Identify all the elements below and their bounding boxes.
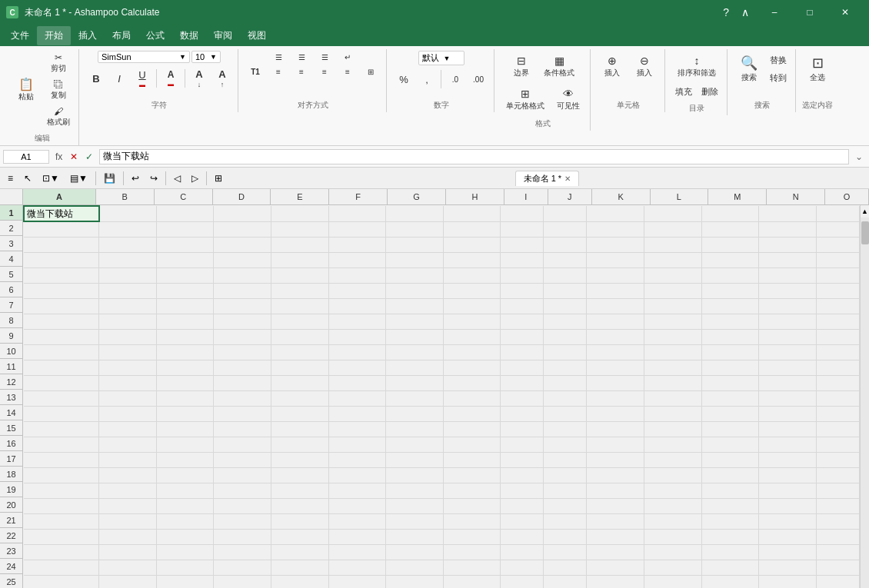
cell-E9[interactable] [271,329,328,344]
cell-B13[interactable] [99,390,157,406]
row-header-13[interactable]: 13 [0,390,22,405]
row-header-21[interactable]: 21 [0,513,22,528]
col-header-E[interactable]: E [271,189,329,204]
cell-G5[interactable] [386,267,444,283]
cell-E11[interactable] [271,360,328,375]
cell-O3[interactable] [816,237,859,252]
cell-K13[interactable] [587,390,644,406]
cell-A17[interactable] [24,452,99,467]
cell-N4[interactable] [759,252,817,267]
menu-layout[interactable]: 布局 [105,26,138,45]
cell-I12[interactable] [501,375,544,390]
cell-D20[interactable] [214,498,271,513]
font-name-dropdown[interactable]: SimSun ▼ [98,51,190,63]
col-header-I[interactable]: I [504,189,548,204]
col-header-L[interactable]: L [651,189,709,204]
cell-F22[interactable] [328,529,386,544]
cell-K25[interactable] [587,575,644,588]
cell-M11[interactable] [701,360,759,375]
doc-tab-close[interactable]: ✕ [564,174,571,183]
cell-J5[interactable] [544,267,587,283]
cell-K19[interactable] [587,483,644,498]
percent-button[interactable]: % [393,71,415,88]
cell-K5[interactable] [587,267,644,283]
cell-H5[interactable] [443,267,501,283]
cell-M15[interactable] [701,421,759,437]
cell-H16[interactable] [443,437,501,452]
cell-F24[interactable] [328,560,386,575]
row-header-23[interactable]: 23 [0,543,22,559]
cell-D6[interactable] [214,283,271,298]
cell-I11[interactable] [501,360,544,375]
t1-button[interactable]: T1 [245,65,266,78]
toolbar-save-button[interactable]: 💾 [99,171,120,186]
cell-O7[interactable] [816,298,859,314]
cell-M9[interactable] [701,329,759,344]
cell-J24[interactable] [544,560,587,575]
fill-button[interactable]: 填充 [671,84,696,100]
cell-O10[interactable] [816,344,859,360]
cell-B2[interactable] [99,221,157,237]
cell-L19[interactable] [644,483,702,498]
cell-K4[interactable] [587,252,644,267]
cell-F2[interactable] [328,221,386,237]
cell-C16[interactable] [156,437,214,452]
cell-D19[interactable] [214,483,271,498]
cell-I20[interactable] [501,498,544,513]
cell-D16[interactable] [214,437,271,452]
cell-E24[interactable] [271,560,328,575]
menu-view[interactable]: 视图 [240,26,274,45]
cell-E16[interactable] [271,437,328,452]
cell-N14[interactable] [759,406,817,421]
cell-F19[interactable] [328,483,386,498]
cell-I14[interactable] [501,406,544,421]
cell-E1[interactable] [271,206,328,221]
cell-E20[interactable] [271,498,328,513]
cell-M10[interactable] [701,344,759,360]
cell-O21[interactable] [816,513,859,529]
cell-G14[interactable] [386,406,444,421]
cell-D13[interactable] [214,390,271,406]
cell-I5[interactable] [501,267,544,283]
menu-review[interactable]: 审阅 [206,26,240,45]
cell-G20[interactable] [386,498,444,513]
cell-C18[interactable] [156,467,214,483]
col-header-M[interactable]: M [708,189,767,204]
toolbar-redo-button[interactable]: ↪ [145,171,162,186]
cell-A15[interactable] [24,421,99,437]
cell-O12[interactable] [816,375,859,390]
cell-H12[interactable] [443,375,501,390]
cell-H25[interactable] [443,575,501,588]
cell-D3[interactable] [214,237,271,252]
toolbar-select-button[interactable]: ↖ [19,171,36,186]
cell-K6[interactable] [587,283,644,298]
cell-I9[interactable] [501,329,544,344]
row-header-11[interactable]: 11 [0,359,22,374]
cell-F15[interactable] [328,421,386,437]
toolbar-grid-button[interactable]: ⊞ [210,171,227,186]
cell-N2[interactable] [759,221,817,237]
formula-expand-button[interactable]: ⌄ [852,150,866,164]
cell-B14[interactable] [99,406,157,421]
cell-I7[interactable] [501,298,544,314]
row-header-22[interactable]: 22 [0,528,22,543]
cell-G24[interactable] [386,560,444,575]
cell-E18[interactable] [271,467,328,483]
cell-F5[interactable] [328,267,386,283]
col-header-D[interactable]: D [213,189,271,204]
cell-E10[interactable] [271,344,328,360]
cell-B23[interactable] [99,544,157,560]
dec-increase-button[interactable]: .00 [468,73,489,86]
cell-M18[interactable] [701,467,759,483]
cell-C1[interactable] [156,206,214,221]
scroll-track[interactable] [861,218,869,588]
cell-J7[interactable] [544,298,587,314]
align-right[interactable]: ≡ [314,65,335,78]
cell-B3[interactable] [99,237,157,252]
row-header-16[interactable]: 16 [0,436,22,451]
cell-A25[interactable] [24,575,99,588]
cell-I2[interactable] [501,221,544,237]
cell-J25[interactable] [544,575,587,588]
cell-H1[interactable] [443,206,501,221]
cell-L11[interactable] [644,360,702,375]
